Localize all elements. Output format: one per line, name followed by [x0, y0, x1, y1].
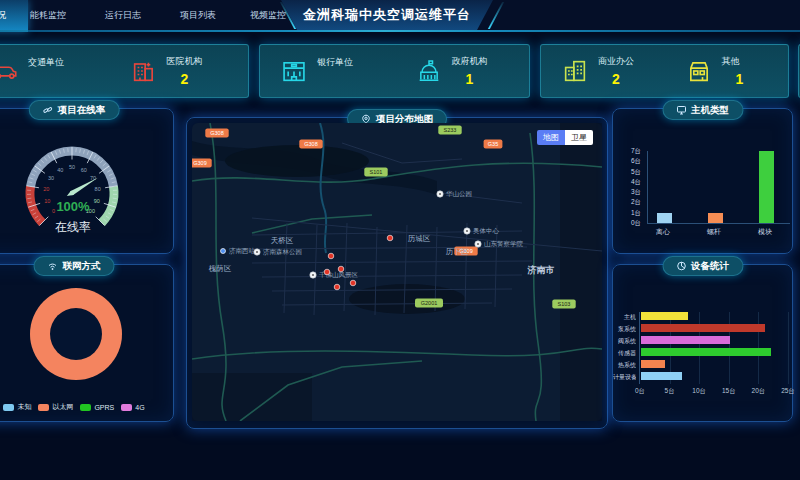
government-icon	[415, 57, 443, 85]
stat-bank: 银行单位	[260, 56, 395, 86]
panel-host-type: 主机类型 0台1台2台3台4台5台6台7台 离心螺杆模块	[612, 108, 793, 254]
svg-text:华山公园: 华山公园	[446, 190, 472, 197]
dashboard: { "header": { "title": "金洲科瑞中央空调运维平台", "…	[0, 0, 800, 480]
stat-label: 政府机构	[452, 55, 488, 68]
svg-text:S101: S101	[370, 169, 383, 175]
svg-text:20: 20	[43, 186, 49, 192]
svg-text:70: 70	[90, 175, 96, 181]
legend-swatch	[80, 404, 91, 411]
svg-text:奥体中心: 奥体中心	[473, 227, 500, 234]
stat-label: 医院机构	[167, 55, 203, 68]
stat-card-1: 交通单位 医院机构 2	[0, 44, 249, 98]
svg-text:S233: S233	[444, 127, 457, 133]
device-y-axis: 主机泵系统阀系统传感器热系统计量设备	[613, 312, 637, 384]
stat-card-2: 银行单位 政府机构 1	[259, 44, 530, 98]
stat-traffic-unit: 交通单位	[0, 56, 110, 86]
network-legend: 未知 以太网 GPRS 4G	[0, 402, 173, 412]
svg-text:G309: G309	[193, 160, 206, 166]
panel-host-header: 主机类型	[662, 100, 743, 120]
svg-text:60: 60	[81, 167, 87, 173]
svg-text:G2001: G2001	[421, 300, 438, 306]
bank-icon	[280, 57, 308, 85]
shop-icon	[685, 57, 713, 85]
legend-swatch	[121, 404, 132, 411]
stat-value: 2	[181, 71, 203, 87]
link-icon	[43, 105, 53, 115]
page-title: 金洲科瑞中央空调运维平台	[281, 0, 493, 30]
network-donut-hole	[50, 308, 102, 360]
satellite-button[interactable]: 卫星	[565, 130, 593, 145]
panel-online-rate: 项目在线率 0102030405060708090100 100% 在线率	[0, 108, 174, 254]
panel-title: 设备统计	[691, 260, 729, 273]
svg-text:80: 80	[95, 186, 101, 192]
legend-swatch	[38, 404, 49, 411]
panel-title: 主机类型	[691, 104, 729, 117]
stat-label: 银行单位	[317, 56, 353, 69]
stat-office: 商业办公 2	[541, 55, 665, 87]
map-type-toggle: 地图 卫星	[537, 130, 593, 145]
stat-value	[331, 72, 353, 86]
svg-text:济南西站: 济南西站	[229, 247, 256, 255]
legend-item[interactable]: GPRS	[80, 402, 114, 412]
stat-card-3: 商业办公 2 其他 1	[540, 44, 789, 98]
panel-title: 联网方式	[63, 260, 101, 273]
svg-text:S103: S103	[558, 301, 571, 307]
device-plot-area: 0台5台10台15台20台25台	[639, 312, 788, 384]
stat-value: 1	[466, 71, 488, 87]
stat-label: 商业办公	[598, 55, 634, 68]
gauge-value: 100%	[0, 199, 171, 214]
svg-text:济南市: 济南市	[527, 265, 555, 275]
svg-text:历城区: 历城区	[408, 234, 431, 243]
online-rate-gauge: 0102030405060708090100	[0, 117, 171, 235]
svg-text:50: 50	[69, 164, 75, 170]
tab-run-log[interactable]: 运行日志	[97, 0, 149, 30]
svg-text:40: 40	[57, 167, 63, 173]
svg-text:30: 30	[48, 175, 54, 181]
stat-hospital: 医院机构 2	[110, 55, 249, 87]
tab-project-list[interactable]: 项目列表	[172, 0, 224, 30]
legend-swatch	[3, 404, 14, 411]
tab-energy-monitor[interactable]: 能耗监控	[22, 0, 74, 30]
panel-project-map: 项目分布地图 地图 卫星 G308	[186, 117, 608, 429]
stat-value: 1	[736, 71, 744, 87]
svg-text:天桥区: 天桥区	[271, 236, 294, 245]
office-icon	[561, 57, 589, 85]
signal-icon	[48, 261, 58, 271]
stat-government: 政府机构 1	[395, 55, 530, 87]
legend-item[interactable]: 4G	[121, 402, 144, 412]
svg-text:济南森林公园: 济南森林公园	[263, 248, 302, 256]
panel-network-header: 联网方式	[34, 256, 115, 276]
pie-icon	[676, 261, 686, 271]
svg-text:历下区: 历下区	[446, 247, 469, 256]
host-type-chart: 0台1台2台3台4台5台6台7台 离心螺杆模块	[615, 151, 791, 247]
svg-text:山东警察学院: 山东警察学院	[484, 240, 524, 248]
legend-item[interactable]: 未知	[3, 402, 31, 412]
stat-value	[42, 72, 64, 86]
header-divider	[0, 30, 800, 32]
legend-item[interactable]: 以太网	[38, 402, 73, 412]
stat-other: 其他 1	[665, 55, 789, 87]
stat-label: 其他	[722, 55, 744, 68]
monitor-icon	[676, 105, 686, 115]
device-stats-chart: 主机泵系统阀系统传感器热系统计量设备 0台5台10台15台20台25台	[613, 312, 792, 412]
svg-text:G35: G35	[488, 141, 498, 147]
project-distribution-map[interactable]: G308G308G309S233S101G35G309G2001S103天桥区历…	[192, 123, 602, 421]
svg-text:G308: G308	[210, 130, 223, 136]
stat-label: 交通单位	[28, 56, 64, 69]
car-icon	[0, 57, 19, 85]
host-plot-area	[647, 151, 790, 224]
stat-value: 2	[612, 71, 634, 87]
panel-device-stats: 设备统计 主机泵系统阀系统传感器热系统计量设备 0台5台10台15台20台25台	[612, 264, 793, 422]
panel-device-header: 设备统计	[662, 256, 743, 276]
hospital-icon	[130, 57, 158, 85]
svg-text:G308: G308	[304, 141, 317, 147]
host-y-axis: 0台1台2台3台4台5台6台7台	[615, 151, 643, 223]
gauge-label: 在线率	[0, 219, 171, 236]
map-button[interactable]: 地图	[537, 130, 565, 145]
panel-network-type: 联网方式 未知 以太网 GPRS 4G	[0, 264, 174, 422]
svg-text:槐荫区: 槐荫区	[209, 264, 232, 273]
panel-title: 项目在线率	[58, 104, 106, 117]
